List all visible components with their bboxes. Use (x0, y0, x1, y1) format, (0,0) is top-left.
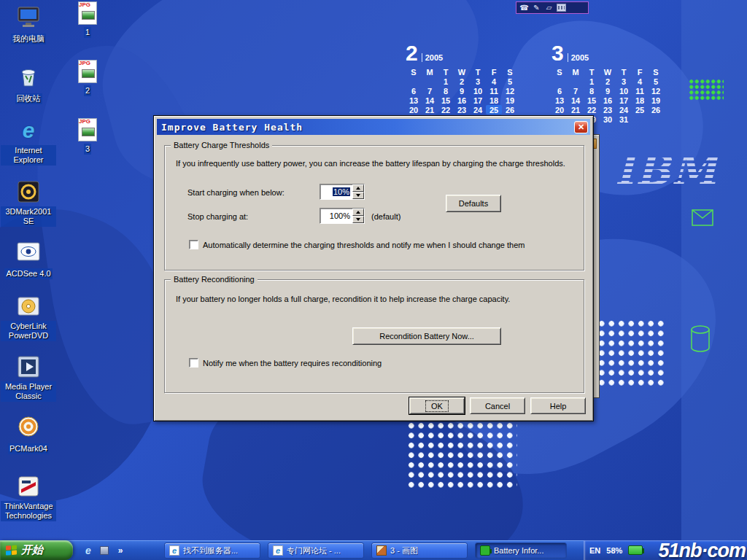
ok-button[interactable]: OK (409, 397, 465, 414)
battery-icon (480, 545, 490, 556)
halftone-dots-decoration (406, 421, 517, 489)
icon-label: CyberLink PowerDVD (1, 321, 56, 341)
icon-label: ACDSee 4.0 (4, 268, 52, 279)
thresholds-description: If you infrequently use battery power, y… (176, 159, 565, 168)
group-title: Battery Reconditioning (171, 275, 258, 284)
ime-pen-icon[interactable]: ✎ (532, 4, 541, 12)
spin-down-button[interactable] (352, 192, 364, 199)
icon-label: Media Player Classic (1, 381, 56, 402)
quicklaunch-chevron-icon[interactable]: » (115, 543, 125, 557)
calendar-february: 22005SMTWTFS1234567891011121314151617181… (406, 41, 521, 124)
stop-charging-value[interactable]: 100% (330, 211, 350, 220)
desktop-icon-powerdvd[interactable]: CyberLink PowerDVD (1, 294, 56, 341)
keyboard-dots-decoration (689, 79, 724, 101)
calendar-month-header: 22005 (406, 41, 521, 64)
notify-recondition-checkline: Notify me when the battery requires reco… (189, 358, 382, 368)
auto-determine-checkline: Automatically determine the charging thr… (189, 240, 525, 249)
system-tray: EN 58% (584, 540, 747, 560)
auto-determine-label: Automatically determine the charging thr… (203, 241, 525, 249)
spin-down-button[interactable] (352, 216, 364, 223)
reconditioning-description: If your battery no longer holds a full c… (176, 295, 510, 303)
desktop-icon-thinkvantage[interactable]: ThinkVantage Technologies (1, 474, 56, 521)
file-label: 1 (84, 27, 91, 38)
notify-recondition-checkbox[interactable] (189, 358, 198, 368)
stop-charging-spinner[interactable]: 100% (320, 208, 365, 224)
task-button-forum[interactable]: e 专门网论坛 - ... (268, 542, 364, 559)
start-charging-label: Start charging when below: (187, 184, 285, 201)
quicklaunch-ie-icon[interactable]: e (82, 543, 95, 557)
acdsee-icon (16, 239, 41, 264)
start-charging-value[interactable]: 10% (333, 187, 350, 196)
envelope-icon (692, 209, 713, 226)
task-button-paint[interactable]: 3 - 画图 (371, 542, 468, 559)
auto-determine-checkbox[interactable] (189, 240, 198, 249)
improve-battery-health-dialog: Improve Battery Health ✕ Battery Charge … (153, 115, 594, 421)
calendar-march: 32005SMTWTFS1234567891011121314151617181… (551, 41, 667, 124)
notify-recondition-label: Notify me when the battery requires reco… (203, 359, 382, 368)
file-label: 3 (84, 144, 91, 155)
task-button-server-not-found[interactable]: e 找不到服务器... (164, 542, 260, 559)
3dmark-icon (16, 179, 41, 204)
ime-keyboard-icon[interactable] (557, 4, 566, 12)
start-charging-spinner[interactable]: 10% (320, 184, 365, 200)
desktop-file-jpg-1[interactable]: JPG 1 (60, 1, 115, 38)
desktop-icon-pcmark04[interactable]: PCMark04 (1, 414, 56, 454)
quicklaunch-media-icon[interactable] (98, 543, 111, 557)
group-title: Battery Charge Thresholds (171, 141, 272, 149)
pcmark-icon (16, 414, 41, 439)
ibm-logo: IBM (615, 146, 719, 194)
recondition-battery-button[interactable]: Recondition Battery Now... (352, 327, 501, 345)
recycle-bin-icon (16, 64, 41, 89)
icon-label: 我的电脑 (11, 34, 46, 44)
my-computer-icon (16, 4, 41, 29)
desktop-icon-recycle-bin[interactable]: 回收站 (1, 64, 56, 104)
stop-charging-label: Stop charging at: (187, 209, 248, 225)
ime-phone-icon[interactable]: ☎ (519, 4, 529, 12)
default-note: (default) (371, 209, 400, 225)
spin-up-button[interactable] (352, 209, 364, 216)
internet-explorer-icon: e (16, 118, 41, 143)
media-player-classic-icon (16, 354, 41, 379)
calendar-month-header: 32005 (551, 41, 667, 64)
tray-battery-icon[interactable] (628, 545, 643, 555)
halftone-dots-decoration (597, 319, 666, 389)
desktop-icon-3dmark2001[interactable]: 3DMark2001 SE (1, 179, 56, 227)
input-method-toolbar[interactable]: ☎ ✎ ▱ (516, 1, 589, 14)
file-label: 2 (84, 85, 91, 96)
icon-label: 回收站 (15, 93, 42, 104)
thinkvantage-icon (16, 474, 41, 499)
windows-flag-icon (6, 545, 18, 556)
icon-label: PCMark04 (8, 443, 49, 454)
desktop-file-jpg-2[interactable]: JPG 2 (60, 60, 115, 96)
jpg-file-icon: JPG (78, 118, 97, 141)
icon-label: ThinkVantage Technologies (1, 501, 56, 521)
spin-up-button[interactable] (352, 184, 364, 192)
ie-page-icon: e (273, 545, 283, 556)
jpg-file-icon: JPG (78, 60, 97, 83)
powerdvd-icon (16, 294, 41, 319)
close-button[interactable]: ✕ (574, 121, 588, 133)
ime-tools-icon[interactable]: ▱ (544, 4, 554, 12)
desktop-icon-internet-explorer[interactable]: e Internet Explorer (1, 118, 56, 166)
language-indicator[interactable]: EN (589, 546, 600, 555)
cancel-button[interactable]: Cancel (470, 397, 525, 414)
start-label: 开始 (21, 543, 43, 557)
paint-icon (376, 545, 387, 556)
taskbar: 开始 e » e 找不到服务器... e 专门网论坛 - ... 3 - 画图 … (0, 540, 747, 560)
cylinder-icon (690, 325, 711, 353)
desktop-icon-my-computer[interactable]: 我的电脑 (1, 4, 56, 44)
icon-label: 3DMark2001 SE (1, 206, 56, 227)
desktop-icon-acdsee[interactable]: ACDSee 4.0 (1, 239, 56, 279)
battery-percent: 58% (606, 546, 622, 555)
dialog-title: Improve Battery Health (161, 122, 574, 133)
task-button-battery-information[interactable]: Battery Infor... (475, 542, 567, 559)
dialog-titlebar[interactable]: Improve Battery Health ✕ (157, 119, 590, 135)
desktop-icon-media-player-classic[interactable]: Media Player Classic (1, 354, 56, 402)
jpg-file-icon: JPG (78, 1, 97, 25)
ie-page-icon: e (169, 545, 179, 556)
defaults-button[interactable]: Defaults (446, 195, 501, 212)
help-button[interactable]: Help (530, 397, 586, 414)
icon-label: Internet Explorer (1, 145, 56, 166)
start-button[interactable]: 开始 (0, 540, 73, 560)
desktop-file-jpg-3[interactable]: JPG 3 (60, 118, 115, 155)
